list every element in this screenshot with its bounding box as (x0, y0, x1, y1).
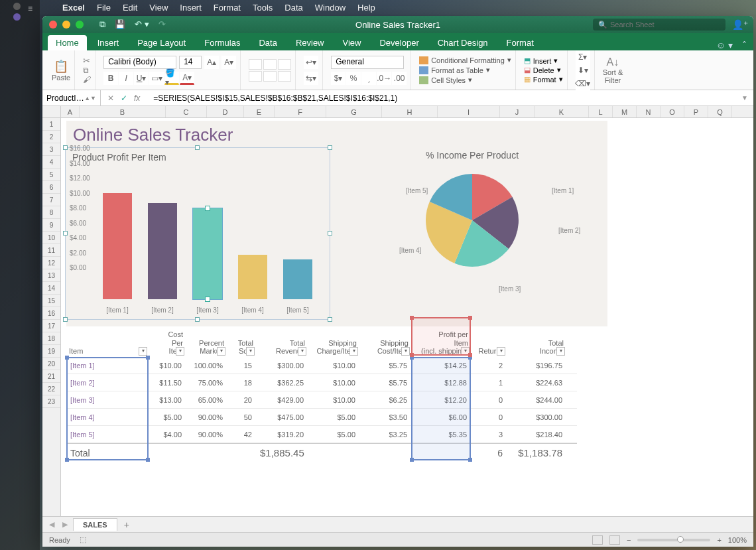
table-cell[interactable]: $5.75 (359, 362, 411, 370)
workbook-icon[interactable]: ⧉ (99, 19, 105, 30)
sheet-tab-sales[interactable]: SALES (73, 518, 117, 531)
col-header-C[interactable]: C (166, 106, 207, 117)
filter-button[interactable]: ▾ (556, 347, 565, 356)
row-header-1[interactable]: 1 (42, 118, 60, 131)
row-header-4[interactable]: 4 (42, 156, 60, 169)
menu-edit[interactable]: Edit (123, 3, 137, 13)
table-cell[interactable]: $12.20 (411, 396, 471, 404)
col-header-I[interactable]: I (438, 106, 500, 117)
col-header-N[interactable]: N (637, 106, 661, 117)
table-cell[interactable]: $13.00 (149, 396, 186, 404)
zoom-in-button[interactable]: + (717, 536, 721, 544)
currency-button[interactable]: $▾ (331, 72, 346, 85)
font-size-select[interactable]: 14 (179, 56, 202, 69)
app-name[interactable]: Excel (62, 3, 85, 13)
menu-tools[interactable]: Tools (253, 3, 273, 13)
menu-help[interactable]: Help (357, 3, 375, 13)
enter-formula-icon[interactable]: ✓ (121, 94, 127, 103)
table-row[interactable]: [Item 3]$13.0065.00%20$429.00$10.00$6.25… (66, 391, 577, 409)
filter-button[interactable]: ▾ (246, 347, 255, 356)
row-header-21[interactable]: 21 (42, 370, 60, 383)
sidebar-icon[interactable] (13, 3, 21, 10)
row-header-13[interactable]: 13 (42, 269, 60, 282)
table-cell[interactable]: 3 (471, 431, 507, 439)
table-cell[interactable]: [Item 5] (66, 431, 149, 439)
percent-button[interactable]: % (346, 72, 361, 85)
table-cell[interactable]: 20 (227, 396, 256, 404)
table-cell[interactable]: [Item 3] (66, 396, 149, 404)
col-header-J[interactable]: J (500, 106, 535, 117)
row-header-19[interactable]: 19 (42, 345, 60, 358)
table-cell[interactable]: $319.20 (256, 431, 308, 439)
row-header-20[interactable]: 20 (42, 358, 60, 370)
filter-button[interactable]: ▾ (497, 347, 505, 356)
decrease-font-icon[interactable]: A▾ (221, 56, 236, 69)
collapse-ribbon-icon[interactable]: ˄ (742, 40, 747, 50)
bar-4[interactable] (283, 259, 312, 299)
filter-button[interactable]: ▾ (461, 347, 470, 356)
maximize-button[interactable] (76, 21, 84, 29)
table-cell[interactable]: $300.00 (507, 413, 566, 421)
col-header-B[interactable]: B (80, 106, 166, 117)
zoom-slider[interactable] (637, 539, 710, 541)
next-sheet-icon[interactable]: ▶ (60, 520, 70, 529)
col-header-K[interactable]: K (535, 106, 589, 117)
menu-data[interactable]: Data (284, 3, 302, 13)
sidebar-icon[interactable] (13, 13, 21, 21)
list-icon[interactable]: ≡ (28, 4, 32, 13)
row-header-18[interactable]: 18 (42, 332, 60, 345)
table-cell[interactable]: $475.00 (256, 413, 308, 421)
table-header[interactable]: PercentMarkup▾ (186, 338, 227, 357)
row-header-6[interactable]: 6 (42, 181, 60, 194)
table-row[interactable]: [Item 4]$5.0090.00%50$475.00$5.00$3.50$6… (66, 409, 577, 426)
tab-page-layout[interactable]: Page Layout (129, 35, 194, 50)
row-header-2[interactable]: 2 (42, 131, 60, 143)
table-cell[interactable]: 1 (471, 379, 507, 387)
table-cell[interactable]: $5.00 (308, 431, 359, 439)
tab-data[interactable]: Data (251, 35, 284, 50)
cell-styles-button[interactable]: Cell Styles ▾ (419, 76, 511, 84)
account-icon[interactable]: ☺ ▾ (716, 40, 733, 50)
menu-format[interactable]: Format (214, 3, 241, 13)
row-header-15[interactable]: 15 (42, 295, 60, 307)
table-header[interactable]: ShippingCost/Item▾ (359, 338, 411, 357)
filter-button[interactable]: ▾ (139, 347, 147, 356)
table-cell[interactable]: 90.00% (186, 413, 227, 421)
row-header-14[interactable]: 14 (42, 282, 60, 295)
prev-sheet-icon[interactable]: ◀ (46, 520, 57, 529)
number-format-select[interactable]: General (331, 56, 404, 69)
fx-icon[interactable]: fx (134, 94, 140, 103)
col-header-E[interactable]: E (244, 106, 275, 117)
minimize-button[interactable] (62, 21, 70, 29)
sort-filter-icon[interactable]: A↓ (607, 56, 619, 68)
tab-view[interactable]: View (335, 35, 369, 50)
table-header[interactable]: Profit perItem(incl. shipping)▾ (411, 329, 471, 357)
table-cell[interactable]: [Item 1] (66, 362, 149, 370)
menu-insert[interactable]: Insert (180, 3, 202, 13)
bar-chart[interactable]: Product Profit Per Item $0.00$2.00$4.00$… (65, 147, 330, 320)
align-bottom[interactable] (278, 59, 291, 70)
add-sheet-button[interactable]: + (120, 519, 133, 530)
row-header-16[interactable]: 16 (42, 307, 60, 320)
copy-icon[interactable]: ⧉ (83, 66, 89, 75)
col-header-P[interactable]: P (684, 106, 708, 117)
col-header-H[interactable]: H (382, 106, 438, 117)
conditional-formatting-button[interactable]: Conditional Formatting ▾ (419, 56, 511, 64)
italic-button[interactable]: I (119, 72, 133, 85)
wrap-text-button[interactable]: ↩▾ (304, 56, 318, 69)
table-cell[interactable]: 15 (227, 362, 256, 370)
col-header-G[interactable]: G (326, 106, 382, 117)
filter-button[interactable]: ▾ (298, 347, 306, 356)
col-header-F[interactable]: F (275, 106, 326, 117)
page-layout-view-icon[interactable] (609, 535, 620, 545)
bar-2[interactable] (193, 208, 222, 299)
filter-button[interactable]: ▾ (176, 347, 184, 356)
align-center[interactable] (263, 71, 277, 82)
redo-icon[interactable]: ↷ (158, 19, 166, 30)
table-cell[interactable]: 0 (471, 413, 507, 421)
align-left[interactable] (249, 71, 262, 82)
table-cell[interactable]: $300.00 (256, 362, 308, 370)
name-box[interactable]: ProductI…▲▼ (42, 90, 101, 105)
table-cell[interactable]: $6.00 (411, 413, 471, 421)
tab-home[interactable]: Home (48, 35, 87, 50)
